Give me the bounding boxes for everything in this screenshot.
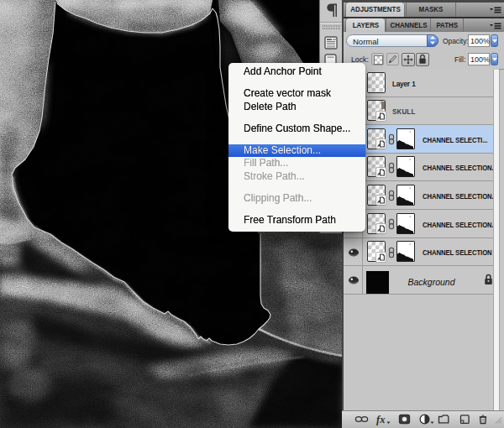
svg-text:fx: fx xyxy=(376,414,385,425)
